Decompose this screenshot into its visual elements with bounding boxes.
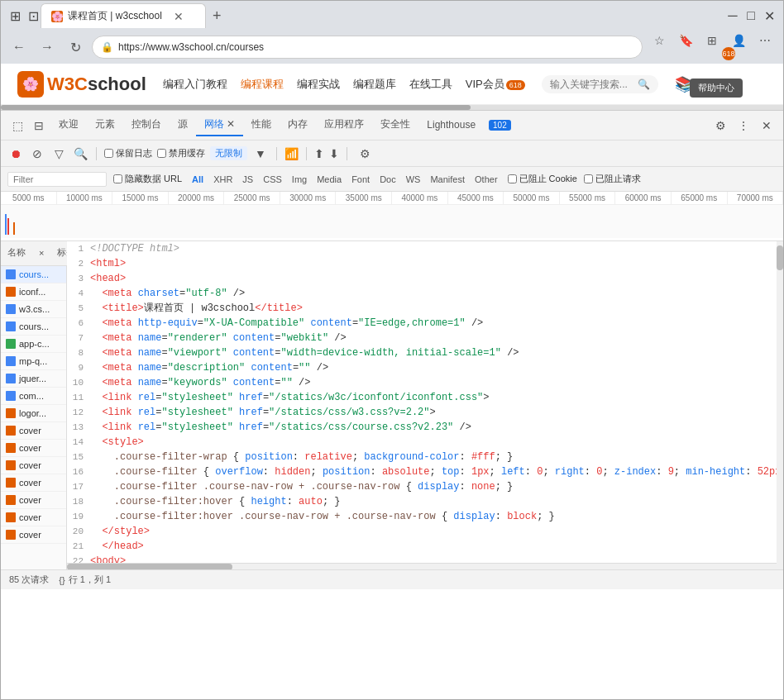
device-icon[interactable]: ⊟	[29, 116, 49, 136]
nav-intro[interactable]: 编程入门教程	[163, 77, 227, 92]
throttle-expand-icon[interactable]: ▼	[252, 145, 269, 162]
file-item[interactable]: app-c...	[1, 336, 66, 353]
file-item[interactable]: logor...	[1, 405, 66, 422]
back-button[interactable]: ←	[7, 36, 31, 59]
search-input[interactable]	[550, 79, 633, 90]
file-item[interactable]: mp-q...	[1, 353, 66, 370]
download-icon[interactable]: ⬇	[329, 147, 339, 160]
file-icon	[6, 478, 16, 488]
refresh-button[interactable]: ↻	[64, 36, 87, 59]
devtools-tab-欢迎[interactable]: 欢迎	[50, 114, 87, 136]
upload-icon[interactable]: ⬆	[314, 147, 324, 160]
inspect-icon[interactable]: ⬚	[7, 116, 27, 136]
search-icon[interactable]: 🔍	[638, 79, 650, 90]
file-item[interactable]: iconf...	[1, 283, 66, 301]
blocked-cookie-checkbox[interactable]: 已阻止 Cookie	[508, 173, 577, 185]
search-button[interactable]: 🔍	[72, 145, 88, 162]
devtools-close-button[interactable]: ✕	[757, 116, 777, 136]
nav-quiz[interactable]: 编程题库	[353, 77, 396, 92]
filter-toggle-button[interactable]: ▽	[50, 145, 67, 162]
browser-tab[interactable]: 🌸 课程首页 | w3cschool ✕	[41, 3, 206, 28]
devtools-tab-元素[interactable]: 元素	[87, 114, 123, 136]
file-item[interactable]: jquer...	[1, 370, 66, 388]
minimize-button[interactable]: ─	[725, 8, 740, 23]
record-button[interactable]: ⏺	[7, 145, 24, 162]
address-input-wrap[interactable]: 🔒 https://www.w3school.cn/courses	[92, 36, 643, 59]
more-button[interactable]: ⋯	[753, 29, 777, 52]
forward-button[interactable]: →	[36, 36, 59, 59]
tab-close-button[interactable]: ✕	[174, 10, 184, 23]
nav-practice[interactable]: 编程实战	[297, 77, 340, 92]
filter-tag-Manifest[interactable]: Manifest	[427, 174, 468, 185]
vertical-scrollbar[interactable]	[777, 241, 783, 569]
hide-data-url-checkbox[interactable]: 隐藏数据 URL	[113, 173, 182, 185]
tab-menu-button[interactable]: ⊡	[26, 8, 41, 23]
filter-tag-JS[interactable]: JS	[239, 174, 256, 185]
wireless-icon[interactable]: 📶	[284, 147, 299, 160]
nav-vip[interactable]: VIP会员618	[466, 77, 525, 92]
scroll-thumb-x[interactable]	[67, 564, 232, 569]
devtools-tab-源[interactable]: 源	[170, 114, 196, 136]
line-content: <meta name="description" content="" />	[90, 360, 777, 375]
file-item[interactable]: cover	[1, 509, 66, 526]
sidebar-toggle-button[interactable]: ⊞	[7, 8, 22, 23]
hide-data-url-input[interactable]	[113, 174, 122, 183]
search-bar[interactable]: 🔍	[542, 75, 658, 93]
horizontal-scrollbar[interactable]	[67, 563, 777, 569]
new-tab-button[interactable]: +	[206, 7, 228, 25]
file-item[interactable]: w3.cs...	[1, 301, 66, 318]
filter-input[interactable]	[7, 172, 107, 187]
maximize-button[interactable]: □	[743, 8, 758, 23]
file-item[interactable]: cover	[1, 492, 66, 509]
nav-tools[interactable]: 在线工具	[409, 77, 452, 92]
devtools-tab-控制台[interactable]: 控制台	[123, 114, 170, 136]
disable-cache-input[interactable]	[157, 149, 166, 158]
close-button[interactable]: ✕	[762, 8, 777, 23]
file-item[interactable]: cover	[1, 526, 66, 544]
file-item[interactable]: cover	[1, 457, 66, 474]
devtools-tab-Lighthouse[interactable]: Lighthouse	[418, 116, 484, 136]
filter-tag-Img[interactable]: Img	[289, 174, 310, 185]
file-item[interactable]: com...	[1, 388, 66, 405]
scroll-thumb[interactable]	[777, 245, 783, 270]
preserve-log-checkbox[interactable]: 保留日志	[104, 147, 152, 160]
devtools-tab-性能[interactable]: 性能	[243, 114, 280, 136]
devtools-tab-内存[interactable]: 内存	[280, 114, 316, 136]
star-button[interactable]: ☆	[648, 29, 671, 52]
response-tab-标头[interactable]: 标头	[50, 243, 67, 264]
file-item[interactable]: cover	[1, 440, 66, 457]
devtools-tab-网络[interactable]: 网络 ✕	[196, 114, 243, 136]
blocked-cookie-input[interactable]	[508, 174, 517, 183]
disable-cache-checkbox[interactable]: 禁用缓存	[157, 147, 205, 160]
line-number: 1	[67, 241, 90, 256]
screenshot-button[interactable]: ⊞	[700, 29, 724, 52]
blocked-request-checkbox[interactable]: 已阻止请求	[584, 173, 641, 185]
cursor-position-text: 行 1，列 1	[69, 574, 111, 586]
devtools-settings-button[interactable]: ⚙	[710, 116, 730, 136]
filter-tag-Media[interactable]: Media	[313, 174, 345, 185]
file-item[interactable]: cours...	[1, 318, 66, 336]
file-item[interactable]: cover	[1, 422, 66, 440]
filter-tag-Doc[interactable]: Doc	[376, 174, 399, 185]
filter-tag-Other[interactable]: Other	[471, 174, 501, 185]
file-item[interactable]: cours...	[1, 266, 66, 283]
filter-tag-XHR[interactable]: XHR	[210, 174, 236, 185]
filter-tag-All[interactable]: All	[189, 174, 207, 185]
devtools-more-button[interactable]: ⋮	[734, 116, 753, 136]
response-tab-×[interactable]: ×	[32, 245, 50, 263]
collection-button[interactable]: 🔖	[674, 29, 697, 52]
clear-button[interactable]: ⊘	[29, 145, 45, 162]
filter-tag-WS[interactable]: WS	[403, 174, 424, 185]
network-settings-button[interactable]: ⚙	[355, 144, 375, 164]
blocked-request-input[interactable]	[584, 174, 593, 183]
throttle-select[interactable]: 无限制	[210, 146, 247, 160]
file-item[interactable]: cover	[1, 474, 66, 492]
nav-course[interactable]: 编程课程	[241, 77, 284, 92]
response-tab-名称[interactable]: 名称	[1, 243, 32, 264]
preserve-log-input[interactable]	[104, 149, 113, 158]
filter-tag-Font[interactable]: Font	[348, 174, 373, 185]
devtools-tab-应用程序[interactable]: 应用程序	[316, 114, 372, 136]
filter-tag-CSS[interactable]: CSS	[260, 174, 285, 185]
code-panel[interactable]: 1<!DOCTYPE html>2<html>3<head>4 <meta ch…	[67, 241, 777, 563]
devtools-tab-安全性[interactable]: 安全性	[372, 114, 418, 136]
